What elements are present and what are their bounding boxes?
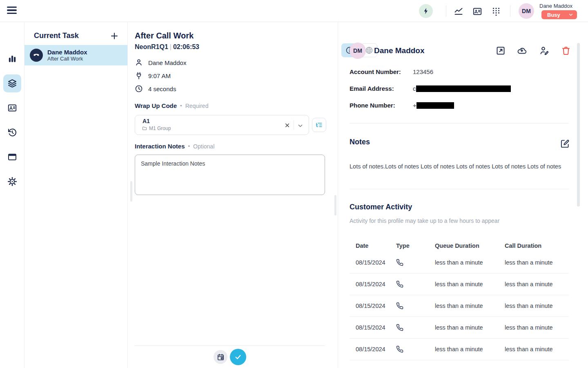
schedule-button[interactable]	[214, 350, 227, 364]
table-row[interactable]: 08/15/2024 less than a minute less than …	[350, 295, 569, 317]
gear-icon	[7, 177, 17, 186]
bullet: •	[180, 103, 182, 109]
cell-date: 08/15/2024	[350, 346, 396, 352]
status-dropdown[interactable]: Busy	[541, 10, 577, 19]
main-right-scrollbar[interactable]	[334, 195, 336, 215]
meta-contact-name: Dane Maddox	[148, 59, 186, 66]
clear-selection-button[interactable]	[284, 122, 291, 128]
hamburger-menu-button[interactable]	[7, 7, 18, 16]
notes-title: Notes	[350, 138, 370, 146]
edit-contact-button[interactable]	[539, 45, 550, 56]
clock-icon	[135, 85, 143, 93]
window-icon	[7, 152, 17, 162]
browse-code-tree-button[interactable]	[312, 118, 326, 132]
cell-type	[396, 280, 435, 288]
add-task-button[interactable]	[109, 31, 120, 41]
chevron-down-icon	[568, 12, 573, 17]
user-name: Dane Maddox	[539, 3, 572, 9]
open-contact-button[interactable]	[496, 45, 506, 56]
layers-icon	[7, 79, 17, 88]
contact-card-icon	[7, 103, 17, 113]
table-header-row: Date Type Queue Duration Call Duration	[350, 240, 569, 252]
table-row[interactable]: 08/15/2024 less than a minute less than …	[350, 317, 569, 339]
rail-item-queues[interactable]	[3, 74, 21, 92]
rail-item-contacts[interactable]	[3, 99, 21, 117]
cell-call-duration: less than a minute	[505, 346, 563, 352]
wrap-up-code-select[interactable]: A1 M1 Group	[135, 115, 309, 135]
main-left-scrollbar[interactable]	[130, 181, 132, 202]
table-row[interactable]: 08/15/2024 less than a minute less than …	[350, 274, 569, 295]
customer-activity-title: Customer Activity	[350, 203, 412, 211]
interaction-notes-label-row: Interaction Notes • Optional	[135, 143, 214, 150]
phone-icon	[396, 259, 435, 266]
brain-icon	[365, 46, 373, 54]
calendar-clock-icon	[217, 353, 225, 361]
open-dropdown-button[interactable]	[297, 122, 304, 129]
rail-item-settings[interactable]	[3, 173, 21, 191]
dialpad-button[interactable]	[490, 6, 502, 17]
column-header-queue-duration: Queue Duration	[435, 242, 505, 249]
quick-actions-button[interactable]	[419, 4, 433, 18]
cell-queue-duration: less than a minute	[435, 346, 505, 352]
contact-card-icon	[472, 7, 482, 16]
interaction-notes-label: Interaction Notes	[135, 143, 185, 150]
task-avatar	[30, 49, 43, 62]
contact-panel-scrollbar[interactable]	[577, 43, 580, 206]
bar-chart-icon	[7, 54, 17, 64]
table-row[interactable]: 08/15/2024 less than a minute less than …	[350, 339, 569, 360]
pencil-square-icon	[560, 139, 571, 148]
delete-icon	[561, 46, 572, 56]
cell-call-duration: less than a minute	[505, 303, 563, 309]
wrap-up-code-group: M1 Group	[142, 126, 171, 131]
delete-contact-button[interactable]	[561, 45, 572, 56]
field-phone: Phone Number: +	[350, 102, 569, 109]
field-label: Email Address:	[350, 85, 394, 92]
table-row[interactable]: 08/15/2024 less than a minute less than …	[350, 252, 569, 274]
column-header-type: Type	[396, 242, 435, 249]
cell-call-duration: less than a minute	[505, 281, 563, 287]
person-icon	[135, 58, 143, 67]
user-avatar[interactable]: DM	[519, 3, 534, 19]
notes-body: Lots of notes.Lots of notes Lots of note…	[350, 162, 568, 171]
edit-notes-button[interactable]	[560, 138, 571, 149]
separator: |	[168, 43, 173, 50]
rail-item-dashboard[interactable]	[3, 50, 21, 68]
task-list-item[interactable]: Dane Maddox After Call Work	[24, 45, 127, 65]
topbar: DM Dane Maddox Busy	[0, 0, 588, 22]
rail-item-history[interactable]	[3, 123, 21, 141]
task-contact-name: Dane Maddox	[47, 49, 87, 56]
phone-icon	[396, 280, 435, 288]
phone-icon	[396, 302, 435, 310]
rail-item-workspace[interactable]	[3, 148, 21, 166]
reporting-button[interactable]	[453, 6, 464, 17]
cell-queue-duration: less than a minute	[435, 281, 505, 287]
column-header-date: Date	[350, 242, 396, 249]
plus-icon	[109, 31, 120, 41]
field-value: 123456	[413, 68, 433, 75]
phone-icon	[32, 51, 40, 59]
wrap-up-code-group-name: M1 Group	[149, 126, 171, 131]
complete-task-button[interactable]	[230, 349, 246, 365]
cell-date: 08/15/2024	[350, 281, 396, 287]
task-timer: 02:06:53	[173, 43, 199, 50]
contacts-button[interactable]	[472, 6, 483, 17]
x-icon	[284, 122, 291, 128]
folder-icon	[142, 126, 149, 131]
cell-type	[396, 302, 435, 310]
redaction-bar	[416, 85, 511, 92]
select-divider	[294, 120, 294, 130]
topbar-separator	[510, 5, 510, 17]
app-window: DM Dane Maddox Busy Current Task	[0, 0, 588, 368]
cell-call-duration: less than a minute	[505, 324, 563, 331]
export-contact-button[interactable]	[517, 45, 528, 56]
interaction-notes-input[interactable]: Sample Interaction Notes	[135, 155, 325, 195]
wrap-up-code-label: Wrap Up Code	[135, 102, 177, 109]
cell-type	[396, 259, 435, 266]
activity-rows: 08/15/2024 less than a minute less than …	[350, 252, 569, 360]
task-detail-panel: After Call Work NeonR1Q1|02:06:53 Dane M…	[128, 22, 338, 368]
plug-icon	[135, 72, 143, 80]
field-account-number: Account Number: 123456	[350, 68, 569, 76]
cloud-download-icon	[517, 46, 528, 56]
wrap-up-code-label-row: Wrap Up Code • Required	[135, 102, 208, 109]
customer-activity-subtitle: Activity for this profile may take up to…	[350, 218, 499, 224]
